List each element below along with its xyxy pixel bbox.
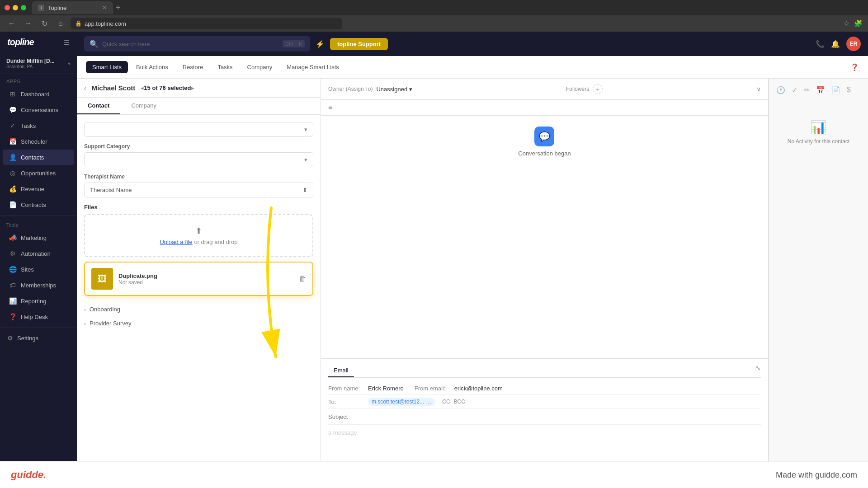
sidebar-item-reporting[interactable]: 📊Reporting bbox=[3, 293, 74, 309]
to-chip[interactable]: m.scott.test@test12... … bbox=[368, 398, 435, 406]
bolt-icon[interactable]: ⚡ bbox=[316, 40, 325, 48]
sidebar: topline ☰ Dunder Mifflin [D... Scranton,… bbox=[0, 32, 77, 488]
maximize-button[interactable] bbox=[21, 5, 26, 10]
company-button[interactable]: Company bbox=[241, 61, 279, 73]
file-delete-icon[interactable]: 🗑 bbox=[299, 275, 306, 283]
files-label: Files bbox=[84, 204, 313, 211]
refresh-button[interactable]: ↻ bbox=[38, 17, 51, 30]
files-dropzone[interactable]: ⬆ Upload a file or drag and drop bbox=[84, 214, 313, 257]
browser-tab[interactable]: t Topline ✕ bbox=[32, 1, 113, 14]
nav-icon: 👤 bbox=[9, 154, 16, 161]
close-button[interactable] bbox=[5, 5, 10, 10]
subject-input[interactable] bbox=[328, 413, 761, 420]
url-text: app.topline.com bbox=[85, 20, 126, 27]
bulk-actions-button[interactable]: Bulk Actions bbox=[130, 61, 175, 73]
sidebar-item-memberships[interactable]: 🏷Memberships bbox=[3, 277, 74, 293]
nav-icon: 💰 bbox=[9, 185, 16, 192]
upload-file-link[interactable]: Upload a file bbox=[160, 239, 192, 245]
clock-icon[interactable]: 🕐 bbox=[776, 86, 785, 94]
phone-icon[interactable]: 📞 bbox=[816, 40, 825, 48]
forward-button[interactable]: → bbox=[22, 17, 34, 30]
content-area: ‹ Michael Scott ◂15 of 76 selected▸ Cont… bbox=[77, 79, 868, 488]
new-tab-button[interactable]: + bbox=[116, 3, 121, 13]
owner-dropdown[interactable]: Unassigned ▾ bbox=[376, 86, 412, 93]
pencil-icon[interactable]: ✏ bbox=[804, 86, 810, 94]
sidebar-bottom-divider bbox=[0, 328, 77, 328]
user-avatar-topbar[interactable]: ER bbox=[846, 37, 861, 51]
dollar-circle-icon[interactable]: $ bbox=[847, 86, 851, 94]
sidebar-item-opportunities[interactable]: ◎Opportunities bbox=[3, 165, 74, 181]
search-bar[interactable]: 🔍 Quick search here Ctrl + K bbox=[84, 36, 310, 52]
conversation-body: 💬 Conversation began bbox=[321, 116, 768, 358]
onboarding-header[interactable]: › Onboarding bbox=[84, 306, 313, 313]
bookmark-button[interactable]: ☆ bbox=[844, 19, 849, 28]
sidebar-item-dashboard[interactable]: ⊞Dashboard bbox=[3, 86, 74, 102]
tasks-button[interactable]: Tasks bbox=[211, 61, 239, 73]
extensions-button[interactable]: 🧩 bbox=[854, 19, 863, 28]
support-button[interactable]: topline Support bbox=[330, 38, 388, 50]
tab-company[interactable]: Company bbox=[120, 98, 167, 114]
browser-chrome: t Topline ✕ + ← → ↻ ⌂ 🔒 app.topline.com … bbox=[0, 0, 868, 32]
subject-field[interactable] bbox=[328, 409, 761, 425]
contact-panel: ‹ Michael Scott ◂15 of 76 selected▸ Cont… bbox=[77, 79, 321, 488]
sidebar-item-conversations[interactable]: 💬Conversations bbox=[3, 102, 74, 117]
contact-form: ▾ Support Category ▾ Therapist Name Ther… bbox=[77, 115, 321, 461]
filter-icon[interactable]: ≡ bbox=[328, 103, 332, 112]
sidebar-divider bbox=[0, 216, 77, 216]
sidebar-item-tasks[interactable]: ✓Tasks bbox=[3, 118, 74, 133]
back-button[interactable]: ← bbox=[5, 17, 18, 30]
guidde-logo: guidde. bbox=[11, 469, 46, 481]
settings-label: Settings bbox=[17, 335, 38, 342]
upload-icon: ⬆ bbox=[96, 226, 302, 236]
sidebar-item-sites[interactable]: 🌐Sites bbox=[3, 262, 74, 277]
chip-expand-icon: … bbox=[426, 399, 431, 405]
file-status: Not saved bbox=[118, 279, 293, 286]
sidebar-item-help-desk[interactable]: ❓Help Desk bbox=[3, 309, 74, 324]
tab-close-icon[interactable]: ✕ bbox=[102, 5, 107, 11]
chat-icon: 💬 bbox=[539, 131, 550, 142]
url-icon: 🔒 bbox=[75, 20, 82, 27]
help-icon[interactable]: ❓ bbox=[850, 63, 859, 71]
sidebar-item-contracts[interactable]: 📄Contracts bbox=[3, 197, 74, 212]
minimize-button[interactable] bbox=[13, 5, 18, 10]
calendar-icon[interactable]: 📅 bbox=[816, 86, 825, 94]
bell-icon[interactable]: 🔔 bbox=[831, 40, 840, 48]
tool-label: Help Desk bbox=[21, 314, 48, 320]
tool-icon: ⚙ bbox=[9, 250, 16, 257]
sidebar-item-marketing[interactable]: 📣Marketing bbox=[3, 230, 74, 245]
tab-contact[interactable]: Contact bbox=[77, 98, 120, 114]
sidebar-item-revenue[interactable]: 💰Revenue bbox=[3, 181, 74, 197]
therapist-name-select[interactable]: Therapist Name ⇕ bbox=[84, 183, 313, 197]
sidebar-item-automation[interactable]: ⚙Automation bbox=[3, 246, 74, 261]
first-dropdown[interactable]: ▾ bbox=[84, 122, 313, 137]
url-bar[interactable]: 🔒 app.topline.com bbox=[71, 18, 342, 29]
chevron-down-icon: ▾ bbox=[68, 61, 71, 67]
followers-add-button[interactable]: + bbox=[593, 84, 603, 94]
sidebar-item-scheduler[interactable]: 📅Scheduler bbox=[3, 134, 74, 149]
main-content: 🔍 Quick search here Ctrl + K ⚡ topline S… bbox=[77, 32, 868, 488]
chevron-right-icon: › bbox=[84, 306, 86, 313]
email-tab[interactable]: Email bbox=[328, 364, 354, 377]
support-category-dropdown[interactable]: ▾ bbox=[84, 152, 313, 167]
smart-lists-button[interactable]: Smart Lists bbox=[86, 61, 128, 73]
email-tab-bar: Email ⤡ bbox=[328, 364, 761, 378]
collapse-button[interactable]: ∨ bbox=[756, 85, 761, 93]
sidebar-collapse-button[interactable]: ☰ bbox=[64, 39, 70, 46]
company-selector[interactable]: Dunder Mifflin [D... Scranton, PA ▾ bbox=[0, 53, 77, 74]
document-icon[interactable]: 📄 bbox=[831, 86, 840, 94]
sidebar-item-settings[interactable]: ⚙ Settings bbox=[0, 331, 77, 345]
task-icon[interactable]: ✓ bbox=[792, 86, 797, 94]
chevron-down-icon: ▾ bbox=[304, 126, 307, 133]
sidebar-item-contacts[interactable]: 👤Contacts bbox=[3, 150, 74, 165]
bcc-button[interactable]: BCC bbox=[454, 399, 465, 405]
nav-back-arrow[interactable]: ‹ bbox=[84, 84, 86, 92]
home-button[interactable]: ⌂ bbox=[54, 17, 67, 30]
provider-survey-header[interactable]: › Provider Survey bbox=[84, 320, 313, 327]
guidde-footer: guidde. Made with guidde.com bbox=[0, 461, 868, 488]
manage-smart-lists-button[interactable]: Manage Smart Lists bbox=[280, 61, 345, 73]
expand-icon[interactable]: ⤡ bbox=[755, 364, 761, 377]
chevron-down-icon: ▾ bbox=[409, 86, 412, 93]
restore-button[interactable]: Restore bbox=[176, 61, 210, 73]
email-body[interactable]: a message bbox=[328, 425, 761, 461]
cc-button[interactable]: CC bbox=[442, 399, 450, 405]
